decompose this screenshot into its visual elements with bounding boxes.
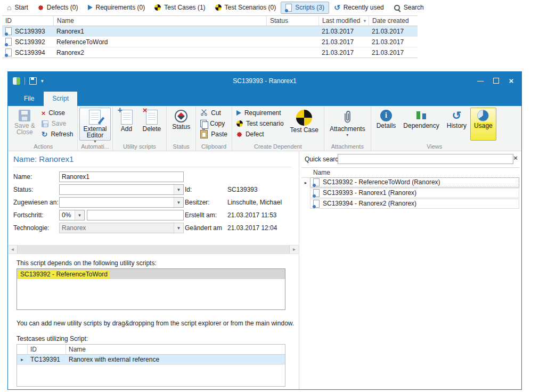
horizontal-scrollbar[interactable]: ◄ ► — [8, 245, 299, 254]
history-button[interactable]: ↺ History — [443, 108, 470, 141]
close-button[interactable]: × Close — [40, 109, 75, 117]
add-utility-script-button[interactable]: + Add — [115, 108, 139, 141]
cell-status — [266, 47, 318, 58]
search-icon — [394, 4, 400, 11]
recently-used-icon: ↺ — [334, 4, 340, 11]
progress-combobox-value: 0% — [60, 211, 75, 219]
paste-button[interactable]: Paste — [199, 130, 229, 138]
attachments-button[interactable]: Attachments ▾ — [326, 108, 369, 141]
usage-row[interactable]: ▸ SC139392 - ReferenceToWord (Ranorex) — [301, 177, 519, 187]
script-icon — [5, 48, 12, 56]
filter-dropdown-icon[interactable]: ▼ — [363, 19, 367, 23]
ribbon-group-views: i Details Dependency ↺ History Usage Vie… — [371, 107, 498, 151]
tab-start[interactable]: ⌂ Start — [2, 2, 33, 14]
group-label-utility-scripts: Utility scripts — [115, 142, 165, 151]
maximize-button[interactable] — [489, 75, 503, 87]
usage-row-label: SC139392 - ReferenceToWord (Ranorex) — [323, 178, 440, 186]
tab-scripts[interactable]: Scripts (3) — [281, 2, 329, 14]
ribbon-group-status: Status Status — [166, 107, 195, 151]
refresh-button[interactable]: ↻ Refresh — [40, 130, 75, 138]
group-label-clipboard: Clipboard — [198, 142, 230, 151]
col-header-date-created[interactable]: Date created — [369, 16, 418, 26]
tab-label: Defects (0) — [47, 4, 78, 11]
delete-utility-script-button[interactable]: × Delete — [139, 108, 165, 141]
assigned-to-combobox[interactable]: ▼ — [59, 197, 184, 208]
name-input[interactable] — [59, 172, 184, 182]
details-button[interactable]: i Details — [373, 108, 400, 141]
expand-arrow-icon: ▸ — [305, 180, 307, 185]
dependency-button[interactable]: Dependency — [399, 108, 443, 141]
dropdown-arrow-icon[interactable]: ▼ — [174, 198, 183, 207]
tab-test-cases[interactable]: Test Cases (1) — [150, 2, 210, 14]
quick-search-label: Quick search — [305, 156, 342, 163]
tab-file[interactable]: File — [15, 92, 43, 106]
dropdown-arrow-icon: ▼ — [174, 223, 183, 233]
external-editor-button[interactable]: ExternalEditor ▾ — [79, 108, 110, 141]
status-combobox[interactable]: ▼ — [59, 184, 184, 195]
dropdown-arrow-icon[interactable]: ▼ — [174, 185, 183, 194]
status-button[interactable]: Status — [168, 108, 194, 141]
cut-button[interactable]: Cut — [199, 109, 229, 117]
grid-row[interactable]: SC139394 Ranorex2 21.03.2017 21.03.2017 — [2, 47, 418, 58]
name-label: Name: — [13, 172, 32, 182]
create-test-case-button[interactable]: Test Case — [287, 108, 322, 141]
tab-script[interactable]: Script — [44, 92, 77, 106]
tab-label: Recently used — [344, 4, 384, 11]
script-icon — [313, 178, 320, 186]
tab-test-scenarios[interactable]: Test Scenarios (0) — [210, 2, 281, 14]
cell-date-created: 21.03.2017 — [369, 47, 418, 58]
create-test-scenario-button[interactable]: Test scenario — [235, 119, 285, 128]
scroll-left-button[interactable]: ◄ — [8, 246, 17, 254]
tab-defects[interactable]: Defects (0) — [33, 2, 83, 14]
scrollbar-thumb[interactable] — [17, 246, 290, 254]
expand-arrow-icon: ▸ — [21, 357, 23, 362]
create-defect-button[interactable]: Defect — [235, 130, 285, 138]
group-label-automation: Automati... — [79, 142, 110, 151]
usage-row[interactable]: SC139394 - Ranorex2 (Ranorex) — [301, 198, 519, 209]
grid-row[interactable]: SC139392 ReferenceToWord 21.03.2017 21.0… — [2, 37, 418, 47]
script-icon — [5, 38, 12, 46]
scroll-right-button[interactable]: ► — [290, 246, 299, 254]
usage-row[interactable]: SC139393 - Ranorex1 (Ranorex) — [301, 187, 519, 198]
titlebar[interactable]: ▾ SC139393 - Ranorex1 — × — [8, 72, 521, 89]
tab-label: Scripts (3) — [295, 4, 324, 11]
minimize-button[interactable]: — — [473, 75, 487, 87]
details-pane: Name: Ranorex1 Name: Status: ▼ Id: SC139… — [8, 151, 299, 389]
testcase-row[interactable]: ▸ TC139391 Ranorex with external referen… — [17, 355, 285, 365]
progress-combobox[interactable]: 0% ▼ — [59, 210, 85, 220]
dropdown-arrow-icon[interactable]: ▼ — [75, 210, 84, 220]
close-window-button[interactable]: × — [504, 75, 518, 87]
group-label-attachments: Attachments — [326, 142, 369, 151]
quick-search-input[interactable] — [338, 154, 513, 164]
progress-note-input[interactable] — [87, 210, 184, 220]
tab-label: Test Cases (1) — [164, 4, 205, 11]
tab-requirements[interactable]: Requirements (0) — [83, 2, 150, 14]
quick-access-caret-icon[interactable]: ▾ — [41, 78, 44, 84]
modified-at-value: 21.03.2017 12:04 — [227, 223, 277, 233]
col-header-last-modified[interactable]: Last modified ▼ — [318, 16, 369, 26]
usage-name-header[interactable]: Name — [313, 169, 330, 176]
tab-recently-used[interactable]: ↺ Recently used — [329, 2, 389, 14]
copy-button[interactable]: Copy — [199, 119, 229, 128]
script-editor-window: ▾ SC139393 - Ranorex1 — × File Script Sa… — [7, 71, 522, 390]
testcases-col-id[interactable]: ID — [28, 345, 66, 354]
col-header-id[interactable]: ID — [2, 16, 53, 26]
cell-id: SC139393 — [2, 26, 53, 36]
panel-close-button[interactable]: × — [512, 154, 519, 162]
grid-row[interactable]: SC139393 Ranorex1 21.03.2017 21.03.2017 — [2, 26, 418, 37]
quick-save-icon[interactable] — [29, 77, 37, 85]
col-header-name[interactable]: Name — [53, 16, 266, 26]
create-requirement-button[interactable]: Requirement — [235, 109, 285, 117]
tab-search[interactable]: Search — [389, 2, 429, 14]
testcases-col-name[interactable]: Name — [66, 345, 285, 354]
usage-list: ▸ SC139392 - ReferenceToWord (Ranorex) S… — [301, 177, 519, 209]
tab-label: Start — [14, 4, 28, 11]
window-buttons: — × — [473, 72, 518, 89]
expand-cell[interactable]: ▸ — [17, 355, 28, 364]
col-header-status[interactable]: Status — [266, 16, 318, 26]
refresh-icon: ↻ — [42, 130, 48, 138]
utility-script-item[interactable]: SC139392 - ReferenceToWord — [17, 269, 285, 279]
ribbon-group-attachments: Attachments ▾ Attachments — [324, 107, 371, 151]
cell-id: SC139392 — [2, 37, 53, 47]
usage-button[interactable]: Usage — [470, 108, 496, 141]
